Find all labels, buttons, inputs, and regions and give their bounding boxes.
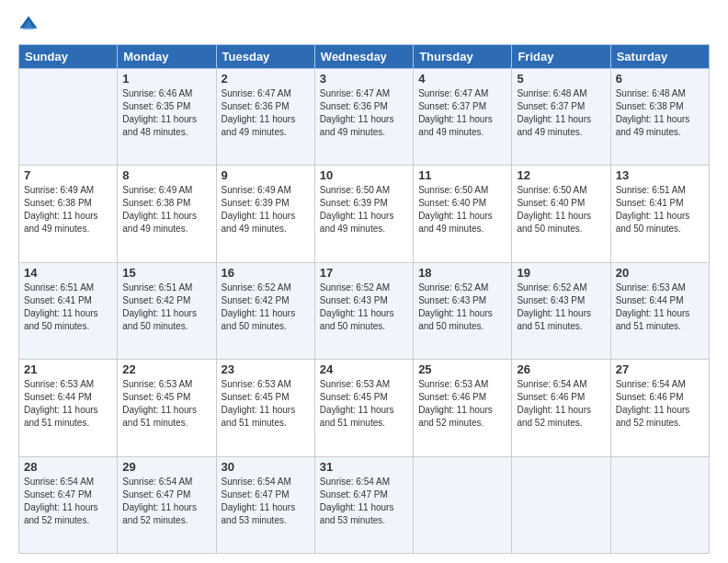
day-info: Sunrise: 6:53 AM Sunset: 6:45 PM Dayligh… <box>320 378 408 430</box>
day-number: 31 <box>320 460 408 474</box>
day-info: Sunrise: 6:54 AM Sunset: 6:47 PM Dayligh… <box>122 476 210 527</box>
calendar-cell: 26Sunrise: 6:54 AM Sunset: 6:46 PM Dayli… <box>512 360 610 456</box>
day-number: 18 <box>418 266 506 280</box>
day-info: Sunrise: 6:52 AM Sunset: 6:43 PM Dayligh… <box>320 282 408 333</box>
day-info: Sunrise: 6:47 AM Sunset: 6:36 PM Dayligh… <box>320 87 408 139</box>
day-info: Sunrise: 6:54 AM Sunset: 6:46 PM Dayligh… <box>616 378 704 430</box>
header <box>18 15 710 35</box>
weekday-header-friday: Friday <box>512 45 610 69</box>
calendar-cell: 7Sunrise: 6:49 AM Sunset: 6:38 PM Daylig… <box>19 166 118 262</box>
calendar-cell: 13Sunrise: 6:51 AM Sunset: 6:41 PM Dayli… <box>610 166 709 262</box>
day-info: Sunrise: 6:54 AM Sunset: 6:47 PM Dayligh… <box>320 476 408 527</box>
calendar-cell: 8Sunrise: 6:49 AM Sunset: 6:38 PM Daylig… <box>118 166 216 262</box>
day-info: Sunrise: 6:53 AM Sunset: 6:45 PM Dayligh… <box>122 378 210 430</box>
day-number: 13 <box>616 168 704 182</box>
calendar-week-row: 14Sunrise: 6:51 AM Sunset: 6:41 PM Dayli… <box>19 262 710 359</box>
calendar-cell: 16Sunrise: 6:52 AM Sunset: 6:42 PM Dayli… <box>216 262 314 359</box>
calendar-cell: 30Sunrise: 6:54 AM Sunset: 6:47 PM Dayli… <box>216 456 314 553</box>
day-info: Sunrise: 6:54 AM Sunset: 6:47 PM Dayligh… <box>222 476 310 527</box>
day-info: Sunrise: 6:49 AM Sunset: 6:39 PM Dayligh… <box>222 184 310 236</box>
calendar-cell: 11Sunrise: 6:50 AM Sunset: 6:40 PM Dayli… <box>414 166 512 262</box>
calendar-cell: 23Sunrise: 6:53 AM Sunset: 6:45 PM Dayli… <box>216 360 314 456</box>
day-info: Sunrise: 6:47 AM Sunset: 6:36 PM Dayligh… <box>222 87 310 139</box>
calendar-cell: 17Sunrise: 6:52 AM Sunset: 6:43 PM Dayli… <box>314 262 413 359</box>
day-info: Sunrise: 6:52 AM Sunset: 6:42 PM Dayligh… <box>222 282 310 333</box>
calendar-week-row: 28Sunrise: 6:54 AM Sunset: 6:47 PM Dayli… <box>19 456 710 553</box>
day-number: 15 <box>122 266 210 280</box>
day-info: Sunrise: 6:47 AM Sunset: 6:37 PM Dayligh… <box>418 87 506 139</box>
calendar-cell: 19Sunrise: 6:52 AM Sunset: 6:43 PM Dayli… <box>512 262 610 359</box>
weekday-header-saturday: Saturday <box>610 45 709 69</box>
day-info: Sunrise: 6:50 AM Sunset: 6:40 PM Dayligh… <box>418 184 506 236</box>
calendar-week-row: 1Sunrise: 6:46 AM Sunset: 6:35 PM Daylig… <box>19 69 710 166</box>
day-info: Sunrise: 6:49 AM Sunset: 6:38 PM Dayligh… <box>24 184 112 236</box>
day-number: 28 <box>24 460 112 474</box>
day-number: 9 <box>222 168 310 182</box>
day-info: Sunrise: 6:51 AM Sunset: 6:41 PM Dayligh… <box>24 282 112 333</box>
day-number: 7 <box>24 168 112 182</box>
day-info: Sunrise: 6:52 AM Sunset: 6:43 PM Dayligh… <box>517 282 605 333</box>
calendar-cell: 9Sunrise: 6:49 AM Sunset: 6:39 PM Daylig… <box>216 166 314 262</box>
weekday-header-thursday: Thursday <box>414 45 512 69</box>
day-number: 26 <box>517 362 605 376</box>
calendar-cell: 27Sunrise: 6:54 AM Sunset: 6:46 PM Dayli… <box>610 360 709 456</box>
calendar-cell: 4Sunrise: 6:47 AM Sunset: 6:37 PM Daylig… <box>414 69 512 166</box>
day-info: Sunrise: 6:53 AM Sunset: 6:44 PM Dayligh… <box>24 378 112 430</box>
calendar-week-row: 21Sunrise: 6:53 AM Sunset: 6:44 PM Dayli… <box>19 360 710 456</box>
calendar-table: SundayMondayTuesdayWednesdayThursdayFrid… <box>18 44 710 554</box>
day-number: 3 <box>320 72 408 86</box>
day-info: Sunrise: 6:50 AM Sunset: 6:39 PM Dayligh… <box>320 184 408 236</box>
day-number: 4 <box>418 72 506 86</box>
calendar-cell: 21Sunrise: 6:53 AM Sunset: 6:44 PM Dayli… <box>19 360 118 456</box>
day-number: 30 <box>222 460 310 474</box>
weekday-header-row: SundayMondayTuesdayWednesdayThursdayFrid… <box>19 45 710 69</box>
page: SundayMondayTuesdayWednesdayThursdayFrid… <box>0 0 728 563</box>
day-info: Sunrise: 6:48 AM Sunset: 6:38 PM Dayligh… <box>616 87 704 139</box>
day-number: 16 <box>222 266 310 280</box>
day-number: 20 <box>616 266 704 280</box>
day-number: 17 <box>320 266 408 280</box>
day-info: Sunrise: 6:53 AM Sunset: 6:44 PM Dayligh… <box>616 282 704 333</box>
day-number: 22 <box>122 362 210 376</box>
day-number: 1 <box>122 72 210 86</box>
calendar-cell <box>414 456 512 553</box>
weekday-header-monday: Monday <box>118 45 216 69</box>
calendar-cell: 29Sunrise: 6:54 AM Sunset: 6:47 PM Dayli… <box>118 456 216 553</box>
calendar-cell: 3Sunrise: 6:47 AM Sunset: 6:36 PM Daylig… <box>314 69 413 166</box>
day-number: 24 <box>320 362 408 376</box>
calendar-cell: 1Sunrise: 6:46 AM Sunset: 6:35 PM Daylig… <box>118 69 216 166</box>
calendar-cell: 5Sunrise: 6:48 AM Sunset: 6:37 PM Daylig… <box>512 69 610 166</box>
day-info: Sunrise: 6:46 AM Sunset: 6:35 PM Dayligh… <box>122 87 210 139</box>
calendar-cell: 22Sunrise: 6:53 AM Sunset: 6:45 PM Dayli… <box>118 360 216 456</box>
day-number: 29 <box>122 460 210 474</box>
calendar-cell: 2Sunrise: 6:47 AM Sunset: 6:36 PM Daylig… <box>216 69 314 166</box>
calendar-cell: 10Sunrise: 6:50 AM Sunset: 6:39 PM Dayli… <box>314 166 413 262</box>
day-info: Sunrise: 6:53 AM Sunset: 6:45 PM Dayligh… <box>222 378 310 430</box>
day-info: Sunrise: 6:52 AM Sunset: 6:43 PM Dayligh… <box>418 282 506 333</box>
day-number: 19 <box>517 266 605 280</box>
day-number: 21 <box>24 362 112 376</box>
calendar-cell: 28Sunrise: 6:54 AM Sunset: 6:47 PM Dayli… <box>19 456 118 553</box>
day-info: Sunrise: 6:49 AM Sunset: 6:38 PM Dayligh… <box>122 184 210 236</box>
day-info: Sunrise: 6:54 AM Sunset: 6:47 PM Dayligh… <box>24 476 112 527</box>
calendar-cell <box>19 69 118 166</box>
weekday-header-tuesday: Tuesday <box>216 45 314 69</box>
day-number: 10 <box>320 168 408 182</box>
calendar-cell <box>512 456 610 553</box>
day-number: 8 <box>122 168 210 182</box>
calendar-cell: 15Sunrise: 6:51 AM Sunset: 6:42 PM Dayli… <box>118 262 216 359</box>
day-info: Sunrise: 6:53 AM Sunset: 6:46 PM Dayligh… <box>418 378 506 430</box>
day-number: 2 <box>222 72 310 86</box>
calendar-cell: 25Sunrise: 6:53 AM Sunset: 6:46 PM Dayli… <box>414 360 512 456</box>
day-number: 23 <box>222 362 310 376</box>
day-number: 12 <box>517 168 605 182</box>
day-info: Sunrise: 6:48 AM Sunset: 6:37 PM Dayligh… <box>517 87 605 139</box>
calendar-cell: 20Sunrise: 6:53 AM Sunset: 6:44 PM Dayli… <box>610 262 709 359</box>
day-number: 5 <box>517 72 605 86</box>
day-number: 14 <box>24 266 112 280</box>
calendar-cell: 18Sunrise: 6:52 AM Sunset: 6:43 PM Dayli… <box>414 262 512 359</box>
calendar-cell: 31Sunrise: 6:54 AM Sunset: 6:47 PM Dayli… <box>314 456 413 553</box>
day-info: Sunrise: 6:50 AM Sunset: 6:40 PM Dayligh… <box>517 184 605 236</box>
calendar-week-row: 7Sunrise: 6:49 AM Sunset: 6:38 PM Daylig… <box>19 166 710 262</box>
weekday-header-sunday: Sunday <box>19 45 118 69</box>
